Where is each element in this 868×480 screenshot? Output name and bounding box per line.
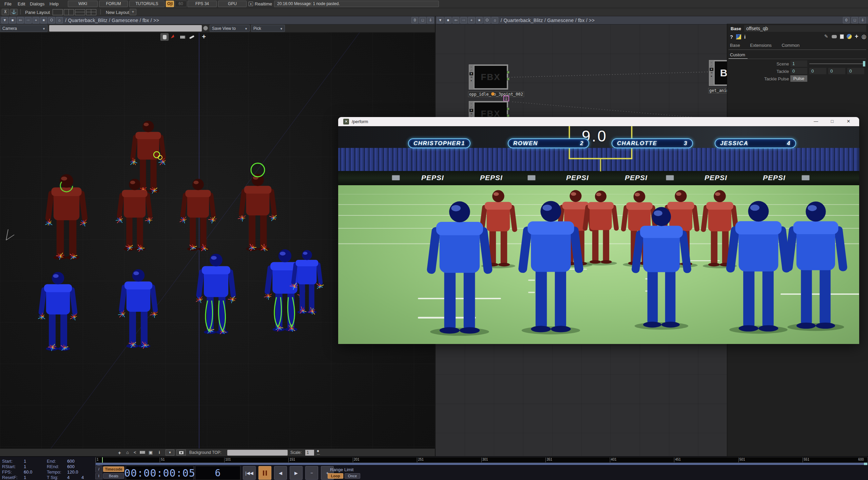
bullseye-icon[interactable]: ◎ [862,33,866,40]
layout-preset-split-h[interactable] [75,9,85,15]
menu-dialogs[interactable]: Dialogs [30,1,44,6]
camera-dropdown[interactable]: Camera▼ [0,25,47,32]
edit-expressions-icon[interactable]: ✎ [824,34,828,39]
timeline-value[interactable]: 60.0 [24,469,32,475]
left-down-arrow-icon[interactable]: ⇩ [427,17,434,23]
forward-icon[interactable]: ⇨ [25,17,32,23]
tackle-field-4[interactable]: 0 [847,68,864,74]
timeline-value[interactable]: 1 [24,464,26,469]
gpu-button[interactable]: GPU [218,1,247,7]
node-output-connector[interactable] [507,78,509,80]
loop-button[interactable]: Loop [328,473,343,479]
pulse-button[interactable]: Pulse [790,75,807,82]
close-icon[interactable]: ✕ [846,119,851,124]
search-icon[interactable] [484,17,490,23]
left-pane-path[interactable]: / Quarterback_Blitz / Gamescene / fbx / … [65,18,159,23]
back-icon[interactable]: ⇦ [17,17,24,23]
pane-type-dropdown-icon[interactable]: ▼ [437,17,444,23]
pick-dropdown[interactable]: Pick▼ [251,25,285,32]
right-overlay-count[interactable]: 0 [843,17,850,23]
background-top-field[interactable] [227,450,288,456]
forward-icon[interactable]: ⇨ [460,17,467,23]
camera-snapshot-icon[interactable] [176,449,186,456]
bone-tool-icon[interactable] [188,33,196,41]
frame-ruler[interactable]: 151101151201251301351401451501551600 [95,457,868,463]
home-icon[interactable]: ⌂ [491,17,498,23]
right-frame-icon[interactable]: □ [851,17,858,23]
split-icon[interactable]: < [134,450,136,455]
pause-button[interactable] [258,466,271,480]
copy-parameters-icon[interactable] [840,34,844,39]
back-icon[interactable]: ⇦ [452,17,459,23]
output-input-toggle[interactable]: O|I [166,1,174,7]
network-node[interactable]: ○∕✕➜● FBX [469,64,508,90]
display-dropdown-icon[interactable]: ▼ [166,449,174,456]
tackle-field-3[interactable]: 0 [828,68,845,74]
range-bar[interactable] [95,463,868,465]
stop-icon[interactable]: ■ [445,17,451,23]
keyboard-tool-icon[interactable] [179,33,187,41]
bookmark-star-icon[interactable]: ★ [40,17,47,23]
scene-slider-handle[interactable] [863,61,865,66]
network-pane-path[interactable]: / Quarterback_Blitz / Gamescene / fbx / … [501,18,595,23]
info-icon[interactable]: i [159,450,160,455]
page-custom[interactable]: Custom [730,52,745,57]
maximize-icon[interactable]: □ [830,119,835,124]
view-bookmark-bar[interactable] [49,25,202,32]
add-icon[interactable]: + [118,450,121,456]
timeline-side-button[interactable]: / [95,466,102,473]
pane-type-dropdown-icon[interactable]: ▼ [1,17,8,23]
jump-to-start-button[interactable]: |◀◀ [243,466,256,480]
once-button[interactable]: Once [345,473,360,479]
menu-help[interactable]: Help [50,1,59,6]
home-icon[interactable]: ⌂ [56,17,63,23]
maximize-pane-icon[interactable]: ⊼ [2,9,9,15]
layout-preset-single[interactable] [53,9,63,15]
scale-stepper[interactable]: ◆— [317,449,320,456]
python-help-icon[interactable]: ? [736,34,741,39]
perform-title-bar[interactable]: ✕ /perform — □ ✕ [338,117,859,126]
timecode-mode-button[interactable]: Timecode [103,466,124,472]
anchor-icon[interactable]: ⚓ [10,9,18,15]
left-overlay-count[interactable]: 0 [411,17,418,23]
scene-field[interactable]: 1 [790,60,807,67]
help-icon[interactable]: ? [730,34,733,40]
timeline-value[interactable]: 600 [67,464,75,469]
step-back-button[interactable]: − [305,466,318,480]
tackle-field-2[interactable]: 0 [809,68,826,74]
timeline-value[interactable]: 1 [24,459,26,464]
hand-tool-icon[interactable] [160,33,169,41]
scene-slider-track[interactable] [809,63,864,64]
perform-window[interactable]: ✕ /perform — □ ✕ PEPSIPEPSIPEPSIPEPSIPEP… [338,117,859,344]
play-forward-button[interactable]: ▶ [290,466,303,480]
tackle-field-1[interactable]: 0 [790,68,807,74]
add-parameter-icon[interactable]: + [855,33,859,40]
cube-icon[interactable]: ▣ [149,450,153,455]
home-icon[interactable]: ⌂ [126,450,129,455]
node-flags[interactable]: ○∕✕➜● [709,60,714,85]
beats-mode-button[interactable]: Beats [103,473,124,479]
node-docked-badge[interactable]: ⇩ [503,96,509,101]
range-end-handle[interactable] [864,463,867,465]
realtime-checkbox[interactable]: x [249,2,253,6]
add-icon[interactable]: + [468,17,475,23]
select-tool-icon[interactable] [170,33,178,41]
target-fps-field[interactable]: 60 [175,1,187,7]
info-icon[interactable]: i [744,34,746,40]
python-icon[interactable] [847,34,852,39]
node-output-connector[interactable] [507,71,509,74]
left-frame-icon[interactable]: □ [419,17,426,23]
layout-preset-split-v[interactable] [64,9,74,15]
right-down-arrow-icon[interactable]: ⇩ [859,17,866,23]
timeline-value[interactable]: 600 [67,459,75,464]
node-flags[interactable]: ○∕✕➜● [469,65,474,89]
tab-base[interactable]: Base [730,43,740,48]
tutorials-button[interactable]: TUTORIALS [129,1,165,7]
view-lock-icon[interactable] [203,26,208,31]
node-output-connector[interactable] [507,114,509,117]
frame-display[interactable]: 6 [195,466,240,480]
bookmark-star-icon[interactable]: ★ [476,17,483,23]
layout-preset-grid[interactable] [86,9,96,15]
timeline-value[interactable]: 1 [24,475,26,480]
playhead[interactable] [102,457,103,463]
